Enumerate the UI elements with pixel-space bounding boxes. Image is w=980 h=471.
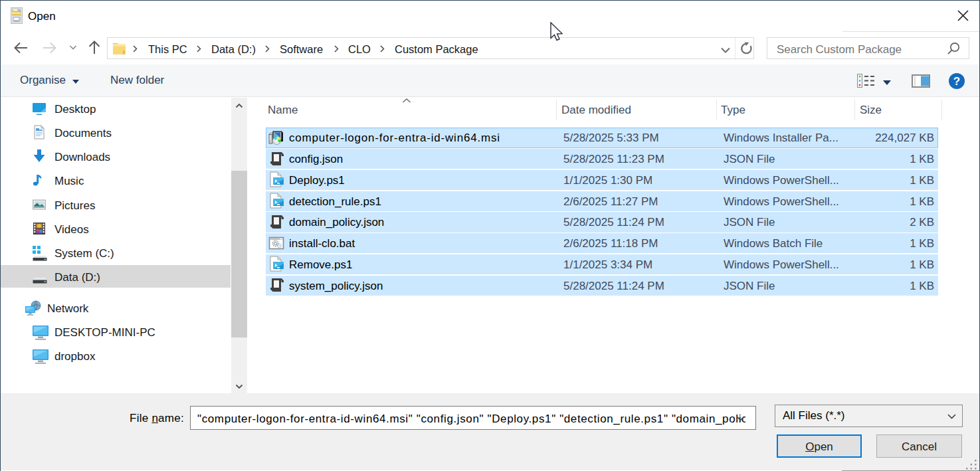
svg-text:?: ? xyxy=(953,75,960,88)
